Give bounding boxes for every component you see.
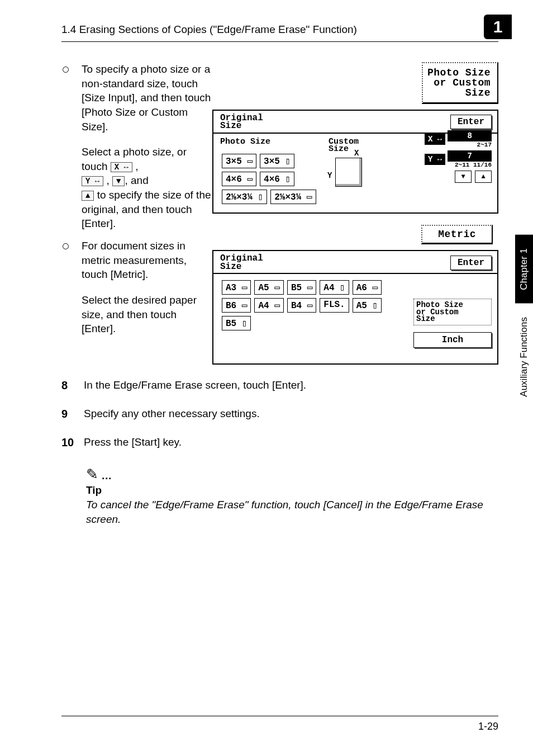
topic-tab: Auxiliary Functions	[515, 304, 533, 410]
size-button[interactable]: B4 ▭	[287, 298, 316, 313]
size-button[interactable]: A5 ▯	[353, 298, 382, 313]
x-stepper-button[interactable]: X ↔	[425, 134, 445, 145]
photo-custom-size-button[interactable]: Photo Size or Custom Size	[422, 62, 498, 104]
increase-button[interactable]: ▲	[475, 171, 492, 183]
dimension-diagram: X Y	[333, 157, 381, 199]
section-title: 1.4 Erasing Sections of Copies ("Edge/Fr…	[61, 23, 357, 36]
step-number: 8	[61, 378, 84, 393]
header-rule	[61, 41, 498, 42]
size-button[interactable]: 3×5 ▭	[222, 154, 256, 168]
bullet-icon	[61, 239, 82, 282]
decrease-button[interactable]: ▼	[455, 171, 472, 183]
size-button[interactable]: 3×5 ▯	[260, 154, 294, 168]
tip-label: Tip	[86, 484, 498, 497]
step-text: Press the [Start] key.	[84, 435, 182, 450]
size-button[interactable]: B5 ▭	[287, 280, 316, 295]
size-button[interactable]: A5 ▭	[254, 280, 283, 295]
size-button[interactable]: 2⅛×3¼ ▯	[222, 190, 267, 204]
step-number: 9	[61, 407, 84, 422]
instruction-text: Select the desired paper size, and then …	[82, 293, 212, 336]
x-arrow-key: X ↔	[111, 162, 132, 172]
y-arrow-key: Y ↔	[82, 176, 103, 186]
y-stepper-button[interactable]: Y ↔	[425, 154, 445, 165]
instruction-text: Select a photo size, or touch X ↔ , Y ↔ …	[82, 145, 212, 231]
tip-text: To cancel the "Edge/Frame Erase" functio…	[86, 498, 498, 526]
inch-button[interactable]: Inch	[413, 332, 492, 348]
enter-button[interactable]: Enter	[450, 256, 492, 270]
size-button[interactable]: B6 ▭	[222, 298, 251, 313]
metric-button[interactable]: Metric	[421, 225, 493, 244]
size-button[interactable]: A4 ▯	[320, 280, 349, 295]
x-range: 2~17	[448, 141, 492, 148]
size-button[interactable]: 4×6 ▭	[222, 172, 256, 186]
step-text: In the Edge/Frame Erase screen, touch [E…	[84, 378, 306, 393]
y-value: 7	[448, 150, 492, 162]
original-size-panel-metric: Original Size Enter A3 ▭ A5 ▭ B5 ▭ A4 ▯ …	[212, 250, 498, 365]
chapter-tab: Chapter 1	[515, 235, 533, 304]
size-button[interactable]: 2⅛×3¼ ▭	[270, 190, 316, 204]
size-button[interactable]: A3 ▭	[222, 280, 251, 295]
up-key: ▲	[82, 191, 94, 201]
enter-button[interactable]: Enter	[450, 115, 492, 129]
original-size-panel-photo: Original Size Enter Photo Size 3×5 ▭3×5 …	[212, 110, 498, 214]
down-key: ▼	[112, 176, 125, 186]
size-button[interactable]: FLS.	[320, 298, 349, 313]
size-button[interactable]: A6 ▭	[353, 280, 382, 295]
ellipsis-icon: …	[101, 470, 113, 481]
step-number: 10	[61, 435, 84, 450]
instruction-text: To specify a photo size or a non-standar…	[82, 62, 212, 134]
size-button[interactable]: A4 ▭	[254, 298, 283, 313]
chapter-badge: 1	[484, 15, 512, 39]
photo-custom-size-button[interactable]: Photo Size or Custom Size	[413, 299, 492, 325]
instruction-text: For document sizes in metric measurement…	[82, 239, 212, 282]
bullet-icon	[61, 62, 82, 134]
size-button[interactable]: B5 ▯	[222, 316, 251, 330]
photo-size-header: Photo Size	[220, 138, 315, 146]
x-value: 8	[448, 130, 492, 141]
size-button[interactable]: 4×6 ▯	[260, 172, 294, 186]
pencil-icon: ✎	[86, 466, 98, 483]
y-range: 2~11 11/16	[448, 162, 492, 168]
page-number: 1-29	[61, 716, 498, 733]
step-text: Specify any other necessary settings.	[84, 407, 260, 422]
